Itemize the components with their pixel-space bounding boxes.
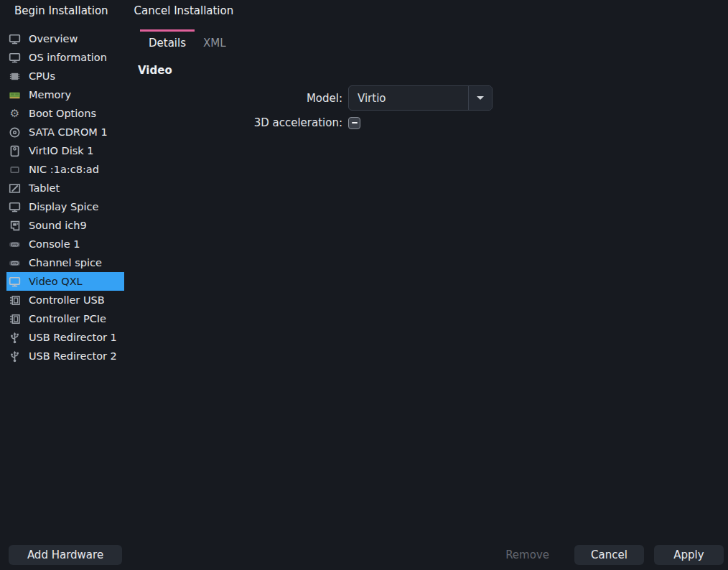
vm-details-window: Begin Installation Cancel Installation O… (0, 0, 728, 570)
sidebar-item-label: Boot Options (29, 108, 96, 119)
sidebar-item-virtio-disk-1[interactable]: VirtIO Disk 1 (6, 141, 124, 160)
sidebar-item-console-1[interactable]: Console 1 (6, 235, 124, 253)
network-icon (9, 164, 21, 176)
remove-button: Remove (505, 548, 549, 561)
sidebar-item-video-qxl[interactable]: Video QXL (6, 272, 124, 291)
sidebar-item-sata-cdrom-1[interactable]: SATA CDROM 1 (6, 123, 124, 141)
begin-installation-button[interactable]: Begin Installation (14, 3, 108, 19)
cdrom-disc-icon (9, 126, 21, 139)
sidebar-item-label: Controller USB (29, 294, 105, 306)
toolbar: Begin Installation Cancel Installation (0, 0, 728, 22)
video-model-input[interactable] (349, 86, 468, 110)
hardware-list: Overview OS information CPUs Memory ⚙ Bo… (0, 22, 129, 540)
accel-label: 3D acceleration: (138, 116, 342, 129)
sidebar-item-label: Controller PCIe (29, 313, 106, 324)
sidebar-item-overview[interactable]: Overview (6, 29, 124, 48)
sidebar-item-boot-options[interactable]: ⚙ Boot Options (6, 104, 124, 123)
serial-port-icon (9, 257, 21, 269)
add-hardware-button[interactable]: Add Hardware (9, 545, 122, 565)
sidebar-item-label: VirtIO Disk 1 (29, 145, 94, 156)
usb-icon (9, 350, 21, 363)
tab-xml[interactable]: XML (195, 29, 235, 56)
video-model-combobox[interactable] (348, 85, 493, 111)
sidebar-item-label: USB Redirector 2 (29, 350, 117, 362)
acceleration-row: 3D acceleration: (138, 116, 728, 129)
section-title: Video (138, 64, 728, 77)
sidebar-item-label: OS information (29, 52, 107, 63)
sidebar-item-controller-pcie[interactable]: Controller PCIe (6, 309, 124, 328)
serial-port-icon (9, 238, 21, 251)
sidebar-item-memory[interactable]: Memory (6, 85, 124, 104)
gears-icon: ⚙ (9, 108, 21, 120)
display-icon (9, 276, 21, 288)
model-label: Model: (138, 92, 342, 105)
sidebar-item-usb-redirector-2[interactable]: USB Redirector 2 (6, 347, 124, 365)
tablet-icon (9, 182, 21, 195)
sidebar-item-controller-usb[interactable]: Controller USB (6, 291, 124, 309)
disk-icon (9, 145, 21, 157)
sidebar-item-label: Channel spice (29, 257, 102, 268)
monitor-icon (9, 52, 21, 64)
sidebar-item-usb-redirector-1[interactable]: USB Redirector 1 (6, 328, 124, 347)
tab-bar: Details XML (140, 29, 728, 56)
sidebar-item-sound-ich9[interactable]: Sound ich9 (6, 216, 124, 235)
cancel-installation-button[interactable]: Cancel Installation (134, 3, 234, 19)
indeterminate-dash-icon (352, 122, 358, 124)
sidebar-item-label: Memory (29, 89, 71, 101)
sidebar-item-label: Display Spice (29, 201, 98, 212)
main-area: Overview OS information CPUs Memory ⚙ Bo… (0, 22, 728, 540)
sidebar-item-label: USB Redirector 1 (29, 332, 117, 343)
chevron-down-icon (477, 96, 484, 100)
sidebar-item-channel-spice[interactable]: Channel spice (6, 253, 124, 272)
sidebar-item-label: NIC :1a:c8:ad (29, 164, 99, 175)
sidebar-item-tablet[interactable]: Tablet (6, 179, 124, 197)
display-icon (9, 201, 21, 213)
cpu-icon (9, 70, 21, 83)
video-model-dropdown-button[interactable] (468, 86, 492, 110)
sidebar-item-nic[interactable]: NIC :1a:c8:ad (6, 160, 124, 179)
controller-card-icon (9, 294, 21, 307)
memory-icon (9, 89, 21, 101)
footer-bar: Add Hardware Remove Cancel Apply (0, 540, 728, 570)
sidebar-item-label: Console 1 (29, 238, 80, 250)
video-panel: Video Model: 3D acceleration: (138, 64, 728, 129)
usb-icon (9, 332, 21, 344)
monitor-icon (9, 33, 21, 45)
cancel-button[interactable]: Cancel (574, 545, 644, 565)
sidebar-item-os-information[interactable]: OS information (6, 48, 124, 67)
details-pane: Details XML Video Model: (129, 22, 728, 540)
sidebar-item-label: Tablet (29, 182, 60, 194)
3d-acceleration-checkbox[interactable] (348, 117, 360, 129)
sidebar-item-label: CPUs (29, 70, 55, 82)
apply-button[interactable]: Apply (654, 545, 724, 565)
sidebar-item-label: Overview (29, 33, 78, 45)
sidebar-item-label: Sound ich9 (29, 220, 87, 231)
model-row: Model: (138, 85, 728, 111)
sidebar-item-label: Video QXL (29, 276, 83, 287)
tab-details[interactable]: Details (140, 29, 195, 56)
sidebar-item-display-spice[interactable]: Display Spice (6, 197, 124, 216)
sidebar-item-cpus[interactable]: CPUs (6, 67, 124, 85)
sidebar-item-label: SATA CDROM 1 (29, 126, 108, 138)
sound-card-icon (9, 220, 21, 232)
controller-card-icon (9, 313, 21, 325)
